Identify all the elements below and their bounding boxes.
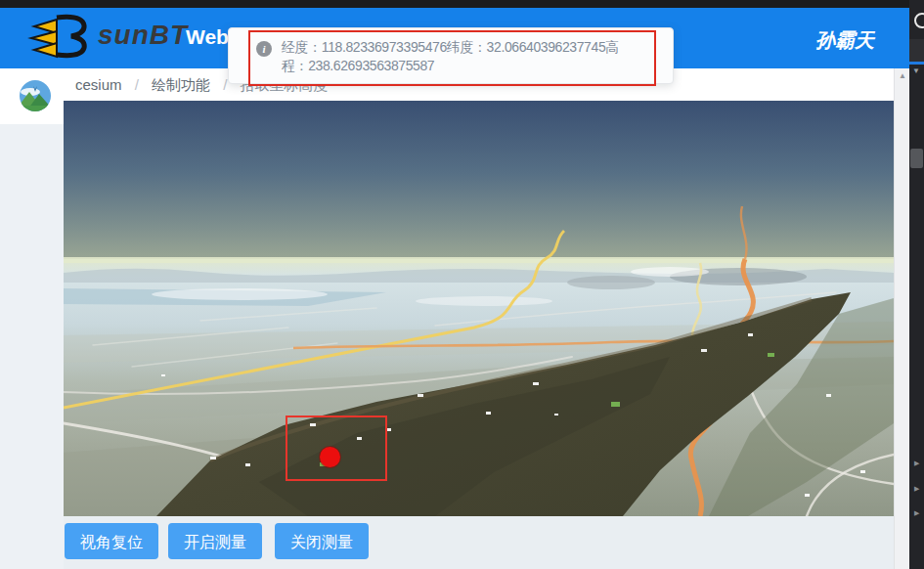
close-measure-button[interactable]: 关闭测量 bbox=[275, 523, 369, 559]
breadcrumb-separator: / bbox=[135, 76, 139, 93]
red-highlight-rect bbox=[248, 30, 656, 86]
app-section-label: Web bbox=[186, 25, 229, 49]
terrain-render bbox=[64, 101, 894, 516]
red-point-marker bbox=[320, 447, 340, 467]
panel-item-icon: ▶ bbox=[914, 485, 919, 493]
window-top-strip bbox=[0, 0, 924, 8]
panel-scroll-thumb[interactable] bbox=[910, 149, 923, 168]
app-window: sunBT Web 孙霸天 cesium / 绘制功能 / 拾取坐标高度 bbox=[0, 0, 924, 569]
panel-item-icon: ▶ bbox=[914, 509, 919, 517]
horizon-band bbox=[64, 257, 894, 263]
user-menu[interactable]: 孙霸天 bbox=[815, 27, 874, 54]
panel-tab-underline bbox=[909, 62, 924, 65]
site-logo-icon[interactable] bbox=[19, 79, 52, 112]
logo-text[interactable]: sunBT bbox=[98, 20, 188, 51]
right-edge-panel: ▼ ▶ ▶ ▶ bbox=[909, 0, 924, 569]
breadcrumb-item-cesium[interactable]: cesium bbox=[75, 76, 122, 93]
panel-circle-glyph bbox=[914, 13, 924, 28]
breadcrumb-separator: / bbox=[223, 76, 227, 93]
panel-active-tab bbox=[909, 39, 924, 62]
panel-item-icon: ▶ bbox=[914, 460, 919, 467]
open-measure-button[interactable]: 开启测量 bbox=[168, 523, 262, 559]
page-scrollbar[interactable]: ▲ bbox=[894, 68, 909, 569]
sky bbox=[64, 101, 894, 260]
sidebar bbox=[0, 124, 64, 569]
panel-collapse-icon: ▼ bbox=[912, 66, 920, 75]
scroll-up-icon[interactable]: ▲ bbox=[895, 68, 910, 84]
cesium-map-canvas[interactable] bbox=[64, 101, 894, 516]
breadcrumb-item-draw[interactable]: 绘制功能 bbox=[152, 76, 210, 93]
reset-view-button[interactable]: 视角复位 bbox=[65, 523, 158, 559]
sunbt-logo-icon[interactable] bbox=[25, 13, 94, 60]
